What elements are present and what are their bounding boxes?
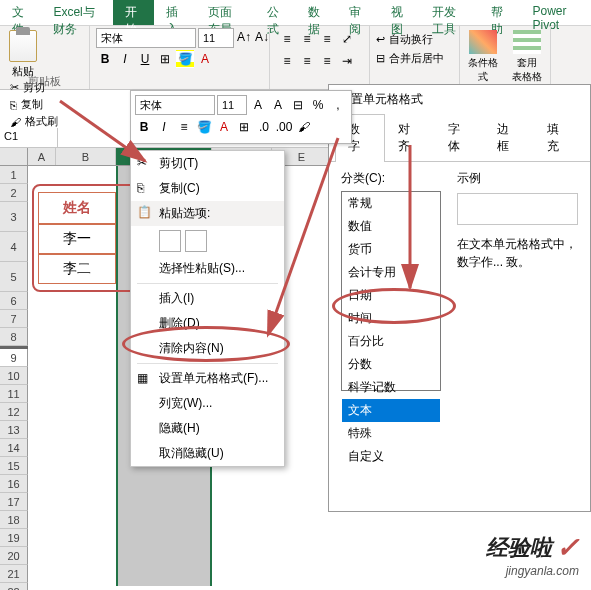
- cm-paste-special[interactable]: 选择性粘贴(S)...: [131, 256, 284, 281]
- float-bold[interactable]: B: [135, 118, 153, 136]
- tab-help[interactable]: 帮助: [479, 0, 520, 25]
- row-header[interactable]: 18: [0, 511, 28, 529]
- row-header[interactable]: 4: [0, 232, 28, 262]
- align-bottom-icon[interactable]: ≡: [318, 30, 336, 48]
- row-header[interactable]: 16: [0, 475, 28, 493]
- row-header[interactable]: 17: [0, 493, 28, 511]
- dialog-tab-border[interactable]: 边框: [484, 114, 534, 161]
- paste-option-1[interactable]: [159, 230, 181, 252]
- cm-unhide[interactable]: 取消隐藏(U): [131, 441, 284, 466]
- cat-fraction[interactable]: 分数: [342, 353, 440, 376]
- tab-file[interactable]: 文件: [0, 0, 41, 25]
- tab-insert[interactable]: 插入: [154, 0, 195, 25]
- select-all-corner[interactable]: [0, 148, 28, 165]
- float-comma-icon[interactable]: ,: [329, 96, 347, 114]
- tab-view[interactable]: 视图: [379, 0, 420, 25]
- row-header[interactable]: 22: [0, 583, 28, 590]
- row-header[interactable]: 9: [0, 349, 28, 367]
- row-header[interactable]: 20: [0, 547, 28, 565]
- cat-accounting[interactable]: 会计专用: [342, 261, 440, 284]
- font-name-input[interactable]: [96, 28, 196, 48]
- row-header[interactable]: 11: [0, 385, 28, 403]
- orientation-icon[interactable]: ⤢: [338, 30, 356, 48]
- cm-format-cells[interactable]: ▦设置单元格格式(F)...: [131, 366, 284, 391]
- decrease-font-icon[interactable]: A↓: [254, 28, 270, 46]
- font-size-input[interactable]: [198, 28, 234, 48]
- dialog-tab-font[interactable]: 字体: [435, 114, 485, 161]
- float-brush[interactable]: 🖌: [295, 118, 313, 136]
- cm-cut[interactable]: ✂剪切(T): [131, 151, 284, 176]
- merge-button[interactable]: ⊟合并后居中: [374, 49, 455, 68]
- paste-option-2[interactable]: [185, 230, 207, 252]
- row-header[interactable]: 5: [0, 262, 28, 292]
- row-header[interactable]: 3: [0, 202, 28, 232]
- tab-data[interactable]: 数据: [296, 0, 337, 25]
- bold-button[interactable]: B: [96, 50, 114, 68]
- row-header[interactable]: 8: [0, 328, 28, 346]
- row-header[interactable]: 14: [0, 439, 28, 457]
- float-decrease-font-icon[interactable]: A: [269, 96, 287, 114]
- increase-font-icon[interactable]: A↑: [236, 28, 252, 46]
- format-painter-button[interactable]: 🖌格式刷: [8, 113, 60, 130]
- float-format-icon[interactable]: ⊟: [289, 96, 307, 114]
- float-font-size[interactable]: [217, 95, 247, 115]
- italic-button[interactable]: I: [116, 50, 134, 68]
- cm-copy[interactable]: ⎘复制(C): [131, 176, 284, 201]
- row-header[interactable]: 21: [0, 565, 28, 583]
- float-percent-icon[interactable]: %: [309, 96, 327, 114]
- category-list[interactable]: 常规 数值 货币 会计专用 日期 时间 百分比 分数 科学记数 文本 特殊 自定…: [341, 191, 441, 391]
- row-header[interactable]: 19: [0, 529, 28, 547]
- float-align[interactable]: ≡: [175, 118, 193, 136]
- align-left-icon[interactable]: ≡: [278, 52, 296, 70]
- tab-formula[interactable]: 公式: [255, 0, 296, 25]
- fill-color-button[interactable]: 🪣: [176, 50, 194, 68]
- row-header[interactable]: 7: [0, 310, 28, 328]
- dialog-tab-align[interactable]: 对齐: [385, 114, 435, 161]
- float-border[interactable]: ⊞: [235, 118, 253, 136]
- cat-number[interactable]: 数值: [342, 215, 440, 238]
- float-fill[interactable]: 🪣: [195, 118, 213, 136]
- cat-text[interactable]: 文本: [342, 399, 440, 422]
- align-middle-icon[interactable]: ≡: [298, 30, 316, 48]
- border-button[interactable]: ⊞: [156, 50, 174, 68]
- float-font-name[interactable]: [135, 95, 215, 115]
- tab-layout[interactable]: 页面布局: [196, 0, 255, 25]
- cm-col-width[interactable]: 列宽(W)...: [131, 391, 284, 416]
- col-header-a[interactable]: A: [28, 148, 56, 165]
- tab-excel-finance[interactable]: Excel与财务: [41, 0, 112, 25]
- float-italic[interactable]: I: [155, 118, 173, 136]
- float-dec-inc[interactable]: .0: [255, 118, 273, 136]
- cm-hide[interactable]: 隐藏(H): [131, 416, 284, 441]
- float-increase-font-icon[interactable]: A: [249, 96, 267, 114]
- cat-percent[interactable]: 百分比: [342, 330, 440, 353]
- table-format-button[interactable]: 套用 表格格式: [508, 30, 546, 85]
- row-header[interactable]: 1: [0, 166, 28, 184]
- indent-icon[interactable]: ⇥: [338, 52, 356, 70]
- tab-pivot[interactable]: Power Pivot: [521, 0, 591, 25]
- cat-currency[interactable]: 货币: [342, 238, 440, 261]
- align-top-icon[interactable]: ≡: [278, 30, 296, 48]
- row-header[interactable]: 15: [0, 457, 28, 475]
- col-header-b[interactable]: B: [56, 148, 116, 165]
- row-header[interactable]: 12: [0, 403, 28, 421]
- align-center-icon[interactable]: ≡: [298, 52, 316, 70]
- wrap-text-button[interactable]: ↩自动换行: [374, 30, 455, 49]
- tab-home[interactable]: 开始: [113, 0, 154, 25]
- underline-button[interactable]: U: [136, 50, 154, 68]
- conditional-format-button[interactable]: 条件格式: [464, 30, 502, 85]
- float-dec-dec[interactable]: .00: [275, 118, 293, 136]
- copy-button[interactable]: ⎘复制: [8, 96, 60, 113]
- cm-clear[interactable]: 清除内容(N): [131, 336, 284, 361]
- cat-general[interactable]: 常规: [342, 192, 440, 215]
- row-header[interactable]: 6: [0, 292, 28, 310]
- cat-custom[interactable]: 自定义: [342, 445, 440, 468]
- cm-insert[interactable]: 插入(I): [131, 286, 284, 311]
- cat-date[interactable]: 日期: [342, 284, 440, 307]
- float-color[interactable]: A: [215, 118, 233, 136]
- row-header[interactable]: 13: [0, 421, 28, 439]
- dialog-tab-fill[interactable]: 填充: [534, 114, 584, 161]
- font-color-button[interactable]: A: [196, 50, 214, 68]
- cat-special[interactable]: 特殊: [342, 422, 440, 445]
- row-header[interactable]: 10: [0, 367, 28, 385]
- tab-dev[interactable]: 开发工具: [420, 0, 479, 25]
